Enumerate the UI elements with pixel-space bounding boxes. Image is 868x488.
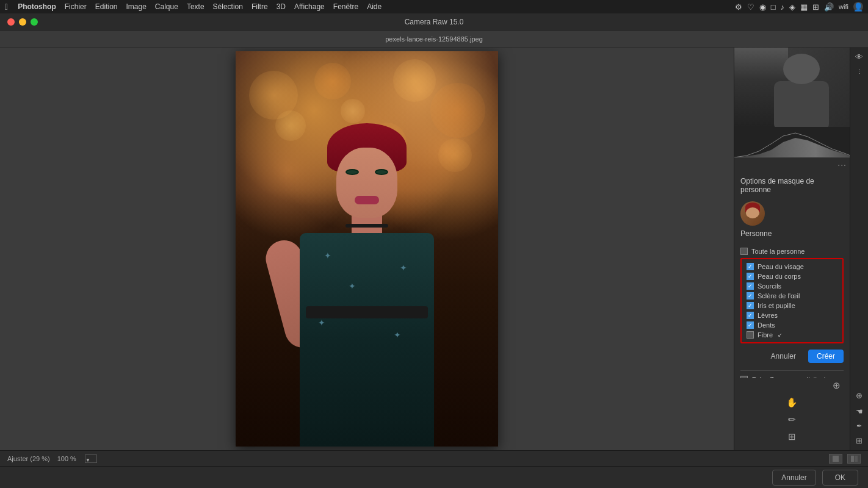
panel-bottom-tools: ⊕ ✋ ✏ ⊞ — [734, 378, 850, 450]
person-section: Personne — [740, 201, 844, 244]
panel-title: Options de masque de personne — [740, 177, 844, 194]
dress: ✦ ✦ ✦ ✦ ✦ — [300, 233, 434, 447]
person-label: Personne — [740, 229, 772, 238]
star-1: ✦ — [324, 251, 334, 261]
checkbox-sclere[interactable]: ✓ — [747, 292, 754, 300]
menu-edition[interactable]: Edition — [95, 2, 118, 11]
label-peau-corps: Peau du corps — [758, 273, 801, 280]
star-3: ✦ — [400, 264, 410, 273]
ajuster-status: Ajuster (29 %) — [7, 455, 50, 462]
grid-icon[interactable]: ⊞ — [785, 429, 800, 444]
divider — [740, 370, 844, 371]
face — [336, 148, 397, 218]
menu-fenetre[interactable]: Fenêtre — [333, 2, 358, 11]
rt-zoom-in-icon[interactable]: ⊕ — [853, 389, 866, 401]
avatar-face — [746, 207, 759, 218]
label-levres: Lèvres — [758, 312, 778, 319]
eyedropper-icon[interactable]: ✏ — [785, 412, 800, 427]
view-split-btn[interactable] — [847, 454, 861, 464]
checkbox-row-7: Fibre ↙ — [747, 331, 837, 339]
view-single-icon — [833, 456, 839, 462]
checkbox-dents[interactable]: ✓ — [747, 321, 754, 329]
menu-3d[interactable]: 3D — [277, 2, 286, 11]
panel-content: Options de masque de personne Personne T… — [734, 171, 850, 378]
menu-affichage[interactable]: Affichage — [294, 2, 325, 11]
minimize-button[interactable] — [19, 18, 26, 26]
menu-bar:  Photoshop Fichier Edition Image Calque… — [0, 0, 868, 13]
belt — [306, 306, 428, 318]
photo-container: ✦ ✦ ✦ ✦ ✦ — [236, 51, 498, 447]
system-icon-1: ⚙ — [735, 2, 742, 12]
title-bar: Camera Raw 15.0 — [0, 13, 868, 30]
bottom-action-bar: Annuler OK — [0, 466, 868, 488]
checkboxes-section: ✓ Peau du visage ✓ Peau du corps ✓ Sourc… — [740, 258, 844, 343]
filename-text: pexels-lance-reis-12594885.jpeg — [385, 35, 483, 43]
creer-button[interactable]: Créer — [808, 350, 844, 363]
rt-pen-icon[interactable]: ✒ — [853, 420, 866, 432]
menu-calque[interactable]: Calque — [155, 2, 178, 11]
hand-icon[interactable]: ✋ — [785, 395, 800, 410]
menu-texte[interactable]: Texte — [187, 2, 204, 11]
close-button[interactable] — [7, 18, 15, 26]
checkbox-row-1: ✓ Peau du corps — [747, 273, 837, 280]
canvas-area[interactable]: ✦ ✦ ✦ ✦ ✦ — [0, 48, 734, 450]
choker — [345, 224, 388, 228]
rt-hand-icon[interactable]: ☚ — [853, 405, 866, 417]
bottom-tool-row: ⊕ ✋ ✏ ⊞ — [740, 378, 844, 444]
checkbox-peau-corps[interactable]: ✓ — [747, 273, 754, 280]
zoom-in-icon[interactable]: ⊕ — [829, 378, 844, 393]
zoom-dropdown[interactable]: ▼ — [85, 454, 97, 463]
toute-personne-row: Toute la personne — [740, 248, 844, 255]
left-eye — [345, 169, 359, 175]
system-icon-5: ♪ — [781, 2, 785, 12]
star-2: ✦ — [349, 282, 358, 292]
status-right — [829, 454, 861, 464]
webcam-body — [774, 81, 829, 127]
maximize-button[interactable] — [31, 18, 38, 26]
checkbox-fibre[interactable] — [747, 331, 754, 339]
menu-selection[interactable]: Sélection — [213, 2, 243, 11]
label-dents: Dents — [758, 321, 775, 329]
toute-personne-checkbox[interactable] — [740, 248, 748, 255]
menu-fichier[interactable]: Fichier — [65, 2, 87, 11]
content-area: ✦ ✦ ✦ ✦ ✦ — [0, 48, 868, 450]
right-toolbar: 👁 ⋮ ⊕ ☚ ✒ ⊞ — [850, 48, 868, 450]
bottom-annuler-button[interactable]: Annuler — [772, 470, 816, 486]
menu-aide[interactable]: Aide — [367, 2, 382, 11]
annuler-button[interactable]: Annuler — [764, 350, 803, 363]
bokeh-3 — [393, 59, 436, 102]
system-icon-4: □ — [771, 2, 776, 12]
rt-grid-icon[interactable]: ⊞ — [853, 434, 866, 447]
checkbox-row-4: ✓ Iris et pupille — [747, 302, 837, 309]
label-sclere: Sclère de l'œil — [758, 292, 800, 300]
checkbox-levres[interactable]: ✓ — [747, 312, 754, 319]
three-dot-icon[interactable]: ··· — [837, 160, 847, 170]
checkbox-sourcils[interactable]: ✓ — [747, 282, 754, 290]
label-sourcils: Sourcils — [758, 282, 781, 290]
label-fibre: Fibre — [758, 331, 773, 339]
main-window: Camera Raw 15.0 pexels-lance-reis-125948… — [0, 13, 868, 488]
histogram-area — [734, 127, 868, 157]
toute-personne-label: Toute la personne — [751, 248, 805, 255]
checkbox-row-0: ✓ Peau du visage — [747, 263, 837, 270]
zoom-status: 100 % — [57, 455, 76, 462]
menu-filtre[interactable]: Filtre — [251, 2, 268, 11]
apple-menu[interactable]:  — [5, 2, 8, 12]
rt-dots-icon[interactable]: ⋮ — [853, 65, 866, 77]
person-avatar — [740, 201, 765, 226]
user-icon: 👤 — [853, 2, 863, 12]
menu-photoshop[interactable]: Photoshop — [18, 2, 56, 11]
volume-icon: 🔊 — [824, 2, 834, 12]
bottom-ok-button[interactable]: OK — [822, 470, 858, 486]
menubar-right-icons: ⚙ ♡ ◉ □ ♪ ◈ ▦ ⊞ 🔊 wifi 👤 — [735, 2, 863, 12]
view-split-icon — [851, 456, 858, 462]
menu-image[interactable]: Image — [126, 2, 146, 11]
action-buttons: Annuler Créer — [740, 350, 844, 363]
checkbox-peau-visage[interactable]: ✓ — [747, 263, 754, 270]
checkbox-iris[interactable]: ✓ — [747, 302, 754, 309]
system-icon-6: ◈ — [789, 2, 795, 12]
rt-eye-icon[interactable]: 👁 — [853, 51, 866, 63]
star-5: ✦ — [394, 331, 403, 340]
label-peau-visage: Peau du visage — [758, 263, 804, 270]
view-single-btn[interactable] — [829, 454, 842, 464]
